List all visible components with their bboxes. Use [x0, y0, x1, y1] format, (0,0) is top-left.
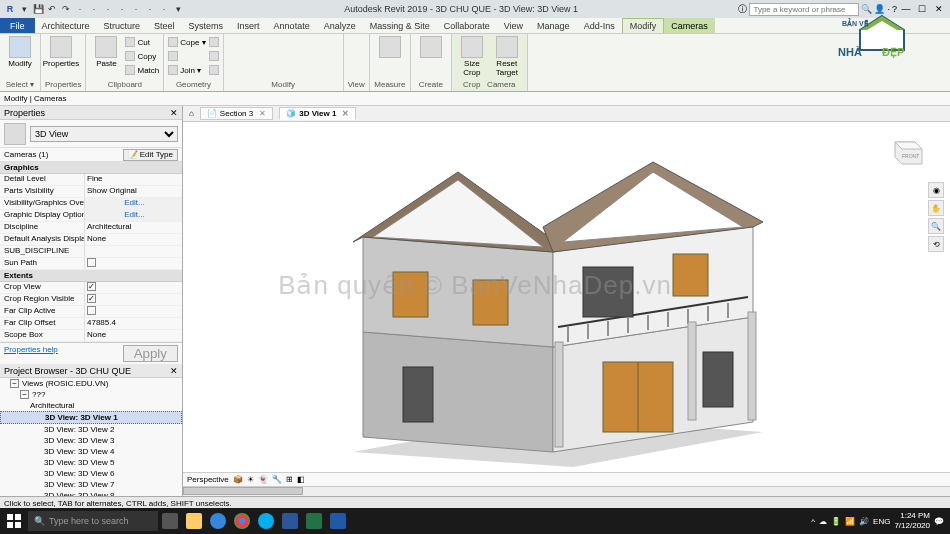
zoom-icon[interactable]: 🔍 [928, 218, 944, 234]
join-button[interactable]: Join ▾ [168, 64, 205, 76]
qat-icon[interactable]: · [130, 3, 142, 15]
tree-item[interactable]: 3D View: 3D View 8 [0, 490, 182, 496]
tab-steel[interactable]: Steel [147, 18, 182, 33]
tab-systems[interactable]: Systems [182, 18, 231, 33]
category-extents[interactable]: Extents [0, 270, 182, 282]
tree-views[interactable]: −Views (ROSIC.EDU.VN) [0, 378, 182, 389]
taskbar-app-explorer[interactable] [182, 508, 206, 534]
match-button[interactable]: Match [125, 64, 159, 76]
tab-massing-site[interactable]: Massing & Site [363, 18, 437, 33]
drawing-canvas[interactable]: FRONT ◉ ✋ 🔍 ⟲ [183, 122, 950, 472]
tree-item[interactable]: 3D View: 3D View 3 [0, 435, 182, 446]
tray-chevron-icon[interactable]: ^ [811, 517, 815, 526]
view-tool-icon[interactable]: 🔧 [272, 475, 282, 484]
tree-item-active[interactable]: 3D View: 3D View 1 [0, 411, 182, 424]
view-tab-3dview1[interactable]: 🧊 3D View 1✕ [279, 107, 356, 120]
view-cube[interactable]: FRONT [880, 132, 930, 172]
qat-icon[interactable]: · [74, 3, 86, 15]
tray-volume-icon[interactable]: 🔊 [859, 517, 869, 526]
horizontal-scrollbar[interactable] [183, 486, 950, 496]
geom-tool[interactable] [209, 50, 219, 62]
instance-label[interactable]: Cameras (1) [4, 150, 123, 159]
category-graphics[interactable]: Graphics [0, 162, 182, 174]
redo-icon[interactable]: ↷ [60, 3, 72, 15]
close-tab-icon[interactable]: ✕ [342, 109, 349, 118]
property-row[interactable]: SUB_DISCIPLINE [0, 246, 182, 258]
tab-manage[interactable]: Manage [530, 18, 577, 33]
qat-icon[interactable]: · [158, 3, 170, 15]
copy-button[interactable]: Copy [125, 50, 159, 62]
tray-wifi-icon[interactable]: 📶 [845, 517, 855, 526]
save-icon[interactable]: 💾 [32, 3, 44, 15]
tab-structure[interactable]: Structure [97, 18, 148, 33]
tab-annotate[interactable]: Annotate [267, 18, 317, 33]
geom-tool[interactable] [209, 36, 219, 48]
property-row[interactable]: Graphic Display OptionsEdit... [0, 210, 182, 222]
taskbar-app-word[interactable] [278, 508, 302, 534]
property-row[interactable]: Default Analysis Display StyleNone [0, 234, 182, 246]
qat-icon[interactable]: · [144, 3, 156, 15]
cut-button[interactable]: Cut [125, 36, 159, 48]
size-crop-button[interactable]: Size Crop [456, 36, 488, 77]
cope-button[interactable]: Cope ▾ [168, 36, 205, 48]
edit-type-button[interactable]: 📝 Edit Type [123, 149, 178, 161]
taskbar-clock[interactable]: 1:24 PM 7/12/2020 [894, 511, 930, 531]
property-row[interactable]: Detail LevelFine [0, 174, 182, 186]
paste-button[interactable]: Paste [90, 36, 122, 68]
reset-target-button[interactable]: Reset Target [491, 36, 523, 77]
taskbar-search[interactable]: 🔍 Type here to search [28, 511, 158, 531]
taskbar-app-edge[interactable] [206, 508, 230, 534]
close-icon[interactable]: ✕ [170, 366, 178, 376]
modify-button[interactable]: Modify [4, 36, 36, 68]
taskbar-app-skype[interactable] [254, 508, 278, 534]
qat-icon[interactable]: · [102, 3, 114, 15]
tab-analyze[interactable]: Analyze [317, 18, 363, 33]
tab-context-cameras[interactable]: Cameras [664, 18, 715, 33]
property-row[interactable]: DisciplineArchitectural [0, 222, 182, 234]
tab-view[interactable]: View [497, 18, 530, 33]
view-tool-icon[interactable]: 📦 [233, 475, 243, 484]
tab-insert[interactable]: Insert [230, 18, 267, 33]
info-icon[interactable]: ⓘ [738, 3, 747, 16]
property-row[interactable]: Crop View [0, 282, 182, 294]
task-view-icon[interactable] [158, 508, 182, 534]
property-row[interactable]: Far Clip Active [0, 306, 182, 318]
tree-item[interactable]: 3D View: 3D View 7 [0, 479, 182, 490]
start-button[interactable] [0, 508, 28, 534]
file-tab[interactable]: File [0, 18, 35, 33]
properties-button[interactable]: Properties [45, 36, 77, 68]
property-row[interactable]: Far Clip Offset47885.4 [0, 318, 182, 330]
property-row[interactable]: Crop Region Visible [0, 294, 182, 306]
view-tool-icon[interactable]: ◧ [297, 475, 305, 484]
view-tab-section3[interactable]: 📄 Section 3✕ [200, 107, 273, 120]
open-icon[interactable]: ▾ [18, 3, 30, 15]
home-icon[interactable]: ⌂ [189, 109, 194, 118]
close-icon[interactable]: ✕ [170, 108, 178, 118]
view-tool-icon[interactable]: 👻 [258, 475, 268, 484]
property-row[interactable]: Scope BoxNone [0, 330, 182, 342]
property-row[interactable]: Sun Path [0, 258, 182, 270]
type-selector[interactable]: 3D View [0, 120, 182, 148]
property-row[interactable]: Parts VisibilityShow Original [0, 186, 182, 198]
close-tab-icon[interactable]: ✕ [259, 109, 266, 118]
tab-addins[interactable]: Add-Ins [577, 18, 622, 33]
view-tool-icon[interactable]: ☀ [247, 475, 254, 484]
revit-icon[interactable]: R [4, 3, 16, 15]
measure-button[interactable] [374, 36, 406, 58]
tree-item[interactable]: 3D View: 3D View 6 [0, 468, 182, 479]
orbit-icon[interactable]: ⟲ [928, 236, 944, 252]
qat-dropdown-icon[interactable]: ▾ [172, 3, 184, 15]
group-label[interactable]: Select ▾ [4, 80, 36, 89]
tree-item[interactable]: 3D View: 3D View 2 [0, 424, 182, 435]
tab-architecture[interactable]: Architecture [35, 18, 97, 33]
view-tool-icon[interactable]: ⊞ [286, 475, 293, 484]
perspective-label[interactable]: Perspective [187, 475, 229, 484]
steering-wheel-icon[interactable]: ◉ [928, 182, 944, 198]
qat-icon[interactable]: · [116, 3, 128, 15]
tab-modify[interactable]: Modify [622, 18, 665, 33]
tree-item[interactable]: 3D View: 3D View 5 [0, 457, 182, 468]
tray-lang[interactable]: ENG [873, 517, 890, 526]
cut-geom-button[interactable] [168, 50, 205, 62]
properties-help-link[interactable]: Properties help [4, 345, 58, 362]
close-button[interactable]: ✕ [932, 4, 946, 14]
